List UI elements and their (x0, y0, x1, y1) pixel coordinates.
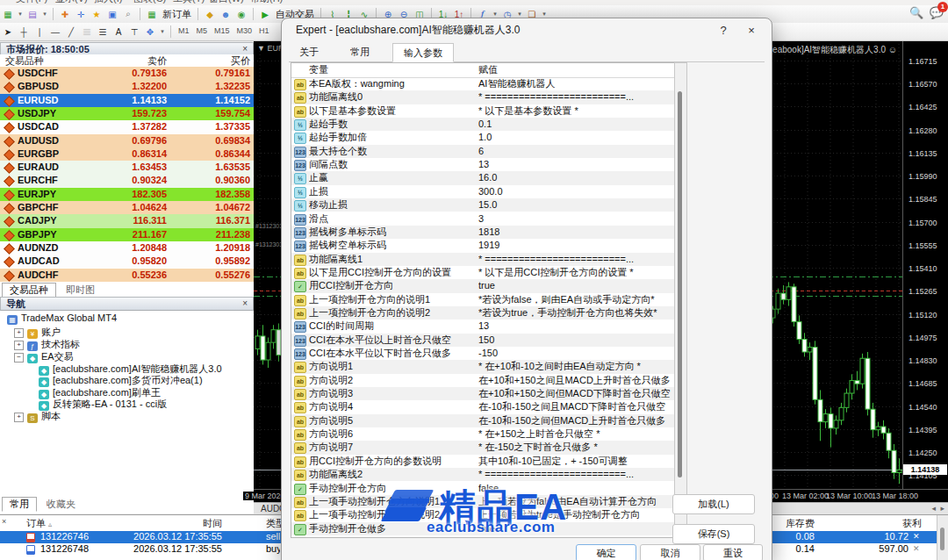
param-value[interactable]: * 以下是基本参数设置 * (478, 104, 672, 118)
load-button[interactable]: 加载(L) (672, 494, 755, 514)
new-order-label[interactable]: 新订单 (162, 5, 191, 23)
timeframe-m15[interactable]: M15 (211, 23, 233, 39)
param-row[interactable]: ab以下是用CCI控制开仓方向的设置* 以下是用CCI控制开仓方向的设置 * (291, 266, 674, 279)
param-row[interactable]: ab上一项控制开仓方向的说明2*若设为true，手动控制开仓方向也将失效* (291, 306, 674, 319)
close-order-icon[interactable]: ✕ (913, 543, 920, 556)
param-value[interactable]: true (478, 279, 672, 292)
market-watch-row-cadjpy[interactable]: CADJPY116.311116.371 (0, 214, 254, 227)
param-value[interactable]: * 以下是用CCI控制开仓方向的设置 * (478, 266, 672, 279)
chat-icon[interactable]: 💬 1 (930, 5, 944, 19)
param-row[interactable]: ½止损300.0 (291, 185, 674, 198)
tab-about[interactable]: 关于 (289, 43, 329, 61)
collapse-icon[interactable]: − (14, 353, 24, 363)
vline-icon[interactable]: | (32, 25, 47, 39)
cursor-icon[interactable]: ➤ (1, 25, 15, 39)
market-watch-row-gbpchf[interactable]: GBPCHF1.046241.04672 (0, 201, 254, 214)
param-row[interactable]: ab上一项控制开仓方向的说明1*若设为false，则由EA自动或手动定方向* (291, 293, 674, 306)
param-row[interactable]: ab方向说明4在-10和-150之间且MACD下降时首仓只做空 (291, 400, 674, 413)
close-icon[interactable]: × (2, 517, 6, 526)
param-value[interactable]: 在+10和+150之间但MACD下降时首仓只做空 (478, 387, 672, 400)
param-value[interactable]: 0.1 (478, 118, 672, 131)
dialog-titlebar[interactable]: Expert - [eaclubshare.com]AI智能稳赚机器人3.0 (282, 18, 772, 42)
shapes-icon[interactable]: ✥ (143, 25, 157, 39)
param-value[interactable]: 16.0 (478, 171, 672, 184)
param-value[interactable]: 13 (478, 319, 672, 333)
scrollbar-thumb[interactable] (940, 528, 944, 550)
tab-symbols[interactable]: 交易品种 (2, 283, 56, 298)
param-row[interactable]: 123摇钱树空单标示码1919 (291, 239, 674, 252)
param-row[interactable]: 123滑点3 (291, 212, 674, 226)
tab-tick-chart[interactable]: 即时图 (59, 284, 102, 297)
market-watch-icon[interactable]: ✚ (58, 7, 72, 21)
market-watch-row-eurgbp[interactable]: EURGBP0.863140.86344 (0, 147, 254, 161)
param-row[interactable]: ab方向说明1* 在+10和-10之间时由EA自动定方向 * (291, 360, 674, 373)
param-row[interactable]: ½移动止损15.0 (291, 198, 674, 212)
tab-common[interactable]: 常用 (340, 43, 380, 61)
data-window-icon[interactable]: ✛ (74, 7, 88, 21)
tester-icon[interactable]: ⌕ (121, 7, 135, 21)
param-value[interactable]: 15.0 (478, 198, 672, 212)
param-value[interactable]: 在+10和+150之间且MACD上升时首仓只做多 (478, 374, 672, 387)
param-value[interactable]: 150 (478, 334, 672, 347)
param-row[interactable]: 123CCI的时间周期13 (291, 319, 674, 333)
param-row[interactable]: ½起始手数加倍1.0 (291, 131, 674, 144)
market-watch-row-eurchf[interactable]: EURCHF0.903240.90360 (0, 174, 254, 187)
new-chart-icon[interactable]: ▦ (1, 7, 15, 21)
market-watch-row-eurusd[interactable]: EURUSD1.141331.14152 (0, 94, 254, 107)
market-watch-row-audnzd[interactable]: AUDNZD1.208481.20918 (0, 241, 254, 255)
param-row[interactable]: ½起始手数0.1 (291, 118, 674, 131)
close-icon[interactable]: × (740, 24, 763, 37)
dropdown-icon[interactable]: ▾ (159, 25, 166, 39)
param-value[interactable]: 在-10和-150之间但MACD上升时首仓只做多 (478, 414, 672, 427)
help-icon[interactable]: ? (712, 24, 735, 37)
param-row[interactable]: 123CCI在本水平位以下时首仓只做多-150 (291, 347, 674, 360)
param-row[interactable]: ab功能隔离线0* =========================... (291, 90, 674, 104)
hline-icon[interactable]: — (48, 25, 62, 39)
autotrading-icon[interactable]: ▶ (258, 7, 272, 21)
col-order[interactable]: 订单 ▵ (26, 517, 52, 530)
param-row[interactable]: 123摇钱树多单标示码1818 (291, 226, 674, 239)
terminal-icon[interactable]: ▣ (105, 7, 119, 21)
param-value[interactable]: * 在+10和-10之间时由EA自动定方向 * (478, 360, 672, 373)
price-axis[interactable]: 1.167151.165701.164251.162801.161351.159… (902, 40, 948, 489)
text-icon[interactable]: A (111, 25, 126, 39)
search-icon[interactable]: 🔍 (909, 5, 923, 19)
param-row[interactable]: ab方向说明7* 在-150之下时首仓只做多 * (291, 441, 674, 454)
param-value[interactable]: 300.0 (478, 185, 672, 198)
new-order-icon[interactable]: ▦ (145, 7, 159, 21)
param-value[interactable]: *若设为true，手动控制开仓方向也将失效* (478, 306, 672, 319)
close-icon[interactable]: × (242, 298, 248, 310)
tab-favorites[interactable]: 收藏夹 (40, 498, 83, 511)
param-value[interactable]: 6 (478, 145, 672, 158)
param-value[interactable]: -150 (478, 347, 672, 360)
param-row[interactable]: ab功能隔离线2* =========================... (291, 468, 674, 481)
expand-icon[interactable]: + (14, 413, 24, 422)
param-value[interactable]: 1.0 (478, 131, 672, 144)
param-row[interactable]: 123CCI在本水平位以上时首仓只做空150 (291, 334, 674, 347)
param-value[interactable]: * =========================... (478, 90, 672, 104)
param-row[interactable]: ab方向说明3在+10和+150之间但MACD下降时首仓只做空 (291, 387, 674, 400)
close-order-icon[interactable]: ✕ (913, 531, 920, 543)
param-value[interactable]: 1818 (478, 226, 672, 239)
market-watch-row-gbpusd[interactable]: GBPUSD1.322001.32235 (0, 80, 254, 93)
timeframe-m1[interactable]: M1 (175, 23, 193, 39)
dropdown-icon[interactable]: ▾ (41, 7, 48, 21)
expand-icon[interactable]: + (14, 328, 24, 338)
inputs-scrollbar[interactable] (674, 62, 687, 538)
fibo-icon[interactable]: 𝄙 (80, 25, 94, 39)
tree-root-account-server[interactable]: ▦TradeMax Global MT4 (7, 312, 117, 325)
terminal-scrollbar[interactable] (937, 515, 948, 560)
market-watch-row-usdjpy[interactable]: USDJPY159.723159.754 (0, 107, 254, 120)
navigator-icon[interactable]: ★ (90, 7, 104, 21)
timeframe-m5[interactable]: M5 (193, 23, 212, 39)
connection-icon[interactable]: ◉ (234, 7, 248, 21)
navigator-titlebar[interactable]: 导航 × (0, 297, 254, 311)
param-value[interactable]: 3 (478, 212, 672, 226)
dropdown-icon[interactable]: ▾ (17, 7, 24, 21)
save-button[interactable]: 保存(S) (672, 524, 755, 544)
timeframe-m30[interactable]: M30 (233, 23, 256, 39)
tree-group-0[interactable]: +¥账户 (14, 326, 61, 339)
tree-group-2[interactable]: −◆EA交易 (14, 350, 74, 363)
param-row[interactable]: ab功能隔离线1* =========================... (291, 253, 674, 266)
tree-group-scripts[interactable]: +S脚本 (14, 410, 61, 423)
